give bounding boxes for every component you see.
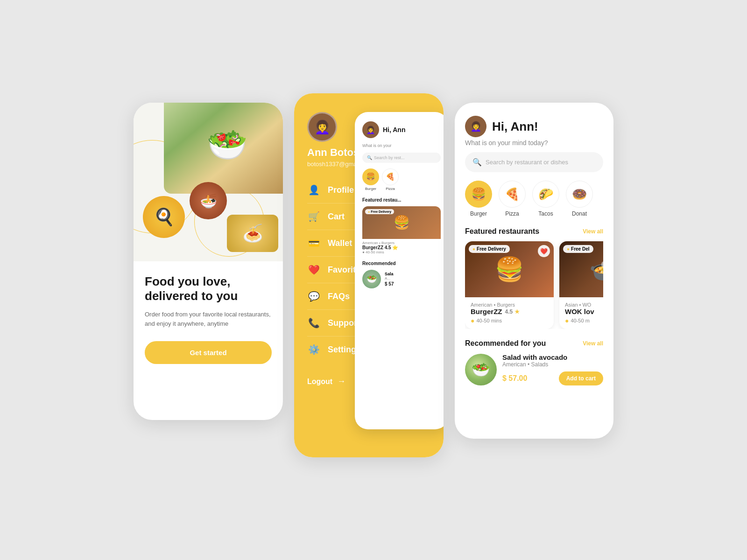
fp-pizza-label: Pizza	[386, 187, 395, 191]
fp-rest-image: 🍔 ● Free Delivery	[362, 206, 441, 239]
cat-donat[interactable]: 🍩 Donat	[566, 181, 593, 217]
fp-cat-burger[interactable]: 🍔 Burger	[362, 168, 379, 191]
cat-donat-label: Donat	[572, 210, 587, 217]
restaurant-type-2: Asian • WO	[565, 302, 603, 308]
recommended-item: 🥗 Salad with avocado American • Salads $…	[465, 353, 603, 385]
screens-container: 🥗 🍳 🍜 🍝 Food you love, delivered to you …	[134, 103, 613, 457]
fp-rec-price: $ 57	[385, 281, 394, 287]
fp-burger-icon: 🍔	[362, 168, 379, 185]
faqs-icon: 💬	[307, 290, 320, 303]
cat-tacos[interactable]: 🌮 Tacos	[532, 181, 559, 217]
home-greeting: Hi, Ann!	[492, 119, 538, 134]
time-dot-1: ●	[471, 317, 474, 324]
featured-header: Featured restaurants View all	[465, 227, 603, 236]
rec-view-all[interactable]: View all	[583, 340, 603, 347]
fp-cat-pizza[interactable]: 🍕 Pizza	[382, 168, 399, 191]
featured-view-all[interactable]: View all	[583, 228, 603, 235]
time-dot-2: ●	[565, 317, 569, 324]
menu-label-profile: Profile	[328, 185, 354, 195]
logout-label: Logout	[307, 378, 332, 386]
logout-arrow-icon: →	[337, 377, 345, 386]
rec-item-details: Salad with avocado American • Salads $ 5…	[497, 353, 603, 385]
restaurant-card-wok[interactable]: 🍲 ● Free Del Asian • WO WOK lov ● 40-50 …	[559, 241, 603, 329]
restaurant-time-2: ● 40-50 m	[565, 317, 603, 324]
main-dish: 🥗	[164, 103, 283, 194]
fp-search-placeholder: Search by rest...	[374, 155, 405, 160]
restaurant-info-burger: American • Burgers BurgerZZ 4.5 ★ ● 40-5…	[465, 297, 554, 329]
hero-image: 🥗 🍳 🍜 🍝	[134, 103, 283, 261]
fp-search-bar[interactable]: 🔍 Search by rest...	[362, 153, 441, 163]
dish-circle-1: 🍳	[143, 196, 185, 238]
profile-background: 👩‍🦱 Ann Botosh botosh1337@gmail.com 👤 Pr…	[294, 93, 444, 457]
restaurant-image-burger: 🍔 ● Free Delivery ❤️	[465, 241, 554, 297]
cat-tacos-icon: 🌮	[532, 181, 559, 208]
cat-donat-icon: 🍩	[566, 181, 593, 208]
menu-label-faqs: FAQs	[328, 292, 350, 301]
star-icon-1: ★	[514, 308, 520, 315]
restaurant-type-1: American • Burgers	[471, 302, 548, 308]
restaurant-name-1: BurgerZZ 4.5 ★	[471, 308, 548, 315]
fp-rec-details: Sala A... $ 57	[385, 272, 394, 287]
welcome-title: Food you love, delivered to you	[145, 274, 272, 303]
restaurant-image-wok: 🍲 ● Free Del	[559, 241, 603, 297]
restaurant-card-burger[interactable]: 🍔 ● Free Delivery ❤️ American • Burgers …	[465, 241, 554, 329]
category-list: 🍔 Burger 🍕 Pizza 🌮 Tacos 🍩 Donat	[465, 181, 603, 217]
free-badge-dot-2: ●	[567, 246, 570, 252]
search-placeholder: Search by restaurant or dishes	[486, 159, 568, 166]
fp-rest-time: ● 40-50 mins	[362, 250, 441, 254]
welcome-content: Food you love, delivered to you Order fo…	[134, 261, 283, 375]
fp-rest-name: BurgerZZ 4.5 ⭐	[362, 245, 441, 250]
home-header: 👩‍🦱 Hi, Ann!	[465, 116, 603, 137]
fp-section-title: Featured restau...	[362, 197, 441, 203]
welcome-description: Order food from your favorite local rest…	[145, 310, 272, 328]
rec-item-name: Salad with avocado	[502, 353, 603, 361]
fp-restaurant-card: 🍔 ● Free Delivery American • Burgers Bur…	[362, 206, 441, 256]
fp-rec-name: Sala	[385, 272, 394, 276]
profile-icon: 👤	[307, 183, 320, 196]
cat-tacos-label: Tacos	[538, 210, 553, 217]
cat-pizza-label: Pizza	[505, 210, 519, 217]
fp-free-badge: ● Free Delivery	[365, 209, 394, 214]
fp-pizza-icon: 🍕	[382, 168, 399, 185]
fp-categories: 🍔 Burger 🍕 Pizza	[362, 168, 441, 191]
wallet-icon: 💳	[307, 237, 320, 250]
restaurant-info-wok: Asian • WO WOK lov ● 40-50 m	[559, 297, 603, 329]
phone-welcome: 🥗 🍳 🍜 🍝 Food you love, delivered to you …	[134, 103, 283, 420]
home-content: 👩‍🦱 Hi, Ann! What is on your mind today?…	[455, 103, 613, 439]
fp-rest-info: American • Burgers BurgerZZ 4.5 ⭐ ● 40-5…	[362, 239, 441, 256]
support-icon: 📞	[307, 316, 320, 329]
fp-hi-text: Hi, Ann	[383, 126, 405, 133]
rec-title: Recommended for you	[465, 339, 546, 348]
cat-burger[interactable]: 🍔 Burger	[465, 181, 492, 217]
rec-item-sub: American • Salads	[502, 361, 603, 368]
fp-rec-title: Recommended	[362, 261, 441, 266]
cat-pizza[interactable]: 🍕 Pizza	[499, 181, 526, 217]
settings-icon: ⚙️	[307, 343, 320, 356]
fp-rest-type: American • Burgers	[362, 241, 441, 245]
search-bar[interactable]: 🔍 Search by restaurant or dishes	[465, 152, 603, 172]
menu-label-cart: Cart	[328, 212, 345, 222]
get-started-button[interactable]: Get started	[145, 341, 272, 364]
fp-burger-label: Burger	[365, 187, 376, 191]
restaurant-time-1: ● 40-50 mins	[471, 317, 548, 324]
restaurant-name-2: WOK lov	[565, 308, 603, 315]
restaurant-list: 🍔 ● Free Delivery ❤️ American • Burgers …	[465, 241, 603, 329]
phone-profile: 👩‍🦱 Ann Botosh botosh1337@gmail.com 👤 Pr…	[294, 93, 444, 457]
floating-home-panel: 👩‍🦱 Hi, Ann What is on your 🔍 Search by …	[355, 112, 444, 429]
dish-circle-3: 🍝	[227, 215, 278, 252]
favorite-button-1[interactable]: ❤️	[538, 245, 550, 257]
search-icon: 🔍	[472, 158, 482, 167]
menu-label-wallet: Wallet	[328, 238, 352, 248]
rec-item-price: $ 57.00	[502, 374, 527, 383]
free-delivery-badge-2: ● Free Del	[563, 245, 593, 253]
fp-avatar: 👩‍🦱	[362, 121, 379, 138]
add-to-cart-button[interactable]: Add to cart	[559, 371, 603, 385]
dish-circle-2: 🍜	[190, 182, 227, 219]
profile-avatar: 👩‍🦱	[307, 112, 337, 142]
free-delivery-badge-1: ● Free Delivery	[469, 245, 510, 253]
fp-rec-section: Recommended 🥗 Sala A... $ 57	[362, 261, 441, 288]
fp-rec-item: 🥗 Sala A... $ 57	[362, 270, 441, 288]
free-badge-dot-1: ●	[472, 246, 475, 252]
phone-home: 👩‍🦱 Hi, Ann! What is on your mind today?…	[455, 103, 613, 439]
home-avatar: 👩‍🦱	[465, 116, 486, 137]
